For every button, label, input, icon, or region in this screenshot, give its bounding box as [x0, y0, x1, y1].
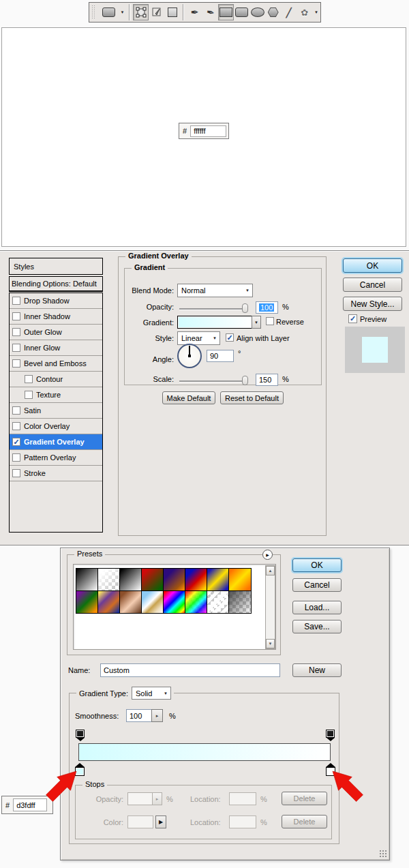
style-item-stroke[interactable]: Stroke	[10, 466, 102, 481]
gradient-preset[interactable]	[228, 568, 252, 591]
scale-input[interactable]: 150	[256, 374, 278, 386]
stop-location-input-1[interactable]	[229, 792, 256, 805]
freeform-pen-tool-button[interactable]	[202, 4, 218, 20]
stop-color-flyout-button[interactable]	[155, 815, 166, 828]
delete-color-stop-button[interactable]: Delete	[282, 815, 327, 828]
gradient-preset[interactable]	[185, 568, 208, 591]
angle-dial[interactable]	[177, 344, 202, 368]
gradient-preset[interactable]	[119, 568, 142, 591]
ge-load-button[interactable]: Load...	[292, 601, 342, 614]
checkbox-icon[interactable]	[12, 406, 20, 415]
style-item-outer-glow[interactable]: Outer Glow	[10, 325, 102, 340]
shape-options-dropdown-icon[interactable]	[314, 10, 318, 14]
gradient-preset[interactable]	[141, 590, 164, 614]
preview-checkbox[interactable]	[348, 314, 357, 323]
fill-pixels-mode-button[interactable]	[164, 4, 180, 20]
stop-location-input-2[interactable]	[229, 815, 256, 828]
checkbox-checked-icon[interactable]	[12, 438, 20, 446]
polygon-tool-button[interactable]	[265, 4, 281, 20]
reset-to-default-button[interactable]: Reset to Default	[220, 391, 284, 404]
presets-scrollbar[interactable]	[265, 565, 275, 649]
stop-opacity-input[interactable]	[127, 792, 162, 805]
checkbox-icon[interactable]	[12, 344, 20, 352]
style-item-color-overlay[interactable]: Color Overlay	[10, 419, 102, 434]
opacity-stop-left[interactable]	[76, 730, 85, 741]
gradient-picker-button[interactable]	[252, 316, 261, 329]
toolbar-grip-handle[interactable]	[91, 5, 96, 20]
pen-tool-button[interactable]	[187, 4, 202, 20]
stop-color-swatch[interactable]	[127, 815, 153, 828]
checkbox-icon[interactable]	[12, 328, 20, 336]
scroll-down-button[interactable]	[266, 639, 275, 648]
style-item-gradient-overlay[interactable]: Gradient Overlay	[10, 434, 102, 450]
gradient-preset[interactable]	[141, 568, 164, 591]
ge-cancel-button[interactable]: Cancel	[292, 578, 342, 592]
gradient-type-select[interactable]: Solid	[132, 687, 171, 700]
gradient-preset[interactable]	[228, 590, 252, 614]
style-item-drop-shadow[interactable]: Drop Shadow	[10, 293, 102, 309]
style-item-contour[interactable]: Contour	[10, 372, 102, 387]
line-tool-button[interactable]	[281, 4, 297, 20]
ge-save-button[interactable]: Save...	[292, 620, 342, 633]
new-gradient-button[interactable]: New	[292, 663, 342, 677]
canvas-hex-input[interactable]: ffffff	[190, 125, 226, 137]
stop-opacity-spinner[interactable]	[152, 793, 162, 805]
scale-slider[interactable]	[179, 380, 247, 383]
style-item-inner-shadow[interactable]: Inner Shadow	[10, 309, 102, 325]
style-item-texture[interactable]: Texture	[10, 387, 102, 403]
ge-ok-button[interactable]: OK	[292, 558, 342, 572]
style-item-satin[interactable]: Satin	[10, 403, 102, 419]
gradient-preset[interactable]	[76, 590, 99, 614]
opacity-stop-right[interactable]	[326, 730, 335, 741]
checkbox-icon[interactable]	[12, 312, 20, 320]
gradient-preview-bar[interactable]	[78, 743, 331, 761]
style-item-pattern-overlay[interactable]: Pattern Overlay	[10, 450, 102, 466]
style-select[interactable]: Linear	[177, 331, 220, 345]
scale-slider-thumb[interactable]	[242, 376, 248, 385]
blending-options-item[interactable]: Blending Options: Default	[9, 276, 103, 292]
name-input[interactable]: Custom	[100, 663, 280, 677]
opacity-input[interactable]: 100	[256, 301, 278, 314]
presets-flyout-button[interactable]	[262, 550, 273, 560]
opacity-slider[interactable]	[179, 308, 247, 310]
opacity-slider-thumb[interactable]	[242, 303, 248, 313]
scroll-up-button[interactable]	[266, 566, 275, 575]
gradient-preset[interactable]	[97, 590, 121, 614]
cancel-button[interactable]: Cancel	[343, 278, 402, 292]
gradient-preset[interactable]	[163, 568, 186, 591]
tool-preset-button[interactable]	[99, 4, 119, 20]
reverse-checkbox[interactable]	[266, 317, 274, 325]
checkbox-icon[interactable]	[12, 422, 20, 430]
ellipse-tool-button[interactable]	[249, 4, 265, 20]
custom-shape-tool-button[interactable]	[297, 4, 312, 20]
rectangle-tool-button[interactable]	[218, 4, 234, 20]
checkbox-icon[interactable]	[12, 297, 20, 305]
gradient-preset[interactable]	[76, 568, 99, 591]
dialog-resize-grip[interactable]	[379, 850, 387, 858]
paths-mode-button[interactable]	[149, 4, 164, 20]
checkbox-icon[interactable]	[12, 469, 20, 477]
gradient-preset[interactable]	[185, 590, 208, 614]
checkbox-icon[interactable]	[25, 375, 33, 383]
gradient-preset[interactable]	[207, 568, 230, 591]
style-item-inner-glow[interactable]: Inner Glow	[10, 340, 102, 356]
align-with-layer-checkbox[interactable]	[226, 333, 234, 342]
shape-layers-mode-button[interactable]	[133, 4, 149, 20]
gradient-preset[interactable]	[163, 590, 186, 614]
gradient-preset[interactable]	[97, 568, 121, 591]
tool-preset-dropdown-icon[interactable]	[120, 10, 124, 14]
rounded-rectangle-tool-button[interactable]	[234, 4, 249, 20]
gradient-preset[interactable]	[207, 590, 230, 614]
smoothness-input[interactable]: 100	[126, 709, 152, 722]
style-item-bevel-emboss[interactable]: Bevel and Emboss	[10, 356, 102, 372]
gradient-preset[interactable]	[119, 590, 142, 614]
gradient-swatch[interactable]	[177, 316, 252, 329]
angle-input[interactable]: 90	[207, 350, 234, 362]
checkbox-icon[interactable]	[12, 359, 20, 368]
smoothness-spinner-button[interactable]	[151, 709, 163, 722]
new-style-button[interactable]: New Style...	[343, 297, 402, 311]
checkbox-icon[interactable]	[25, 391, 33, 399]
make-default-button[interactable]: Make Default	[162, 391, 215, 404]
blend-mode-select[interactable]: Normal	[177, 284, 253, 297]
checkbox-icon[interactable]	[12, 453, 20, 462]
